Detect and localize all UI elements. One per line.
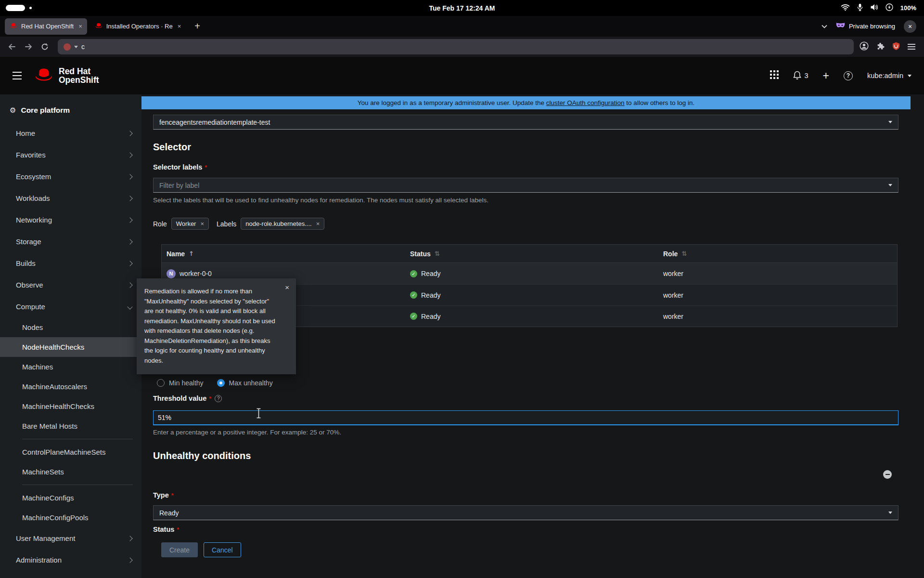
chevron-down-icon xyxy=(127,304,132,309)
sidebar-item-home[interactable]: Home xyxy=(0,122,141,144)
chip-remove-icon[interactable]: × xyxy=(200,220,204,227)
popover-close-icon[interactable]: × xyxy=(285,283,289,291)
label-text: Status xyxy=(153,525,174,534)
sidebar-item-administration[interactable]: Administration xyxy=(0,549,141,571)
sidebar-item-machines[interactable]: Machines xyxy=(0,357,141,377)
forward-button[interactable] xyxy=(21,43,36,50)
column-label: Role xyxy=(663,250,678,258)
reload-button[interactable] xyxy=(38,43,52,51)
node-name[interactable]: worker-0-0 xyxy=(180,270,212,277)
column-header-role[interactable]: Role⇅ xyxy=(663,250,897,258)
tab-installed-operators[interactable]: Installed Operators · Re × xyxy=(90,18,186,35)
firefox-tabbar: Red Hat OpenShift × Installed Operators … xyxy=(0,16,924,37)
sidebar-item-label: MachineSets xyxy=(22,467,64,477)
threshold-label: Threshold value* ? xyxy=(153,394,898,403)
sidebar-item-baremetalhosts[interactable]: Bare Metal Hosts xyxy=(0,416,141,436)
menu-button[interactable] xyxy=(908,44,915,50)
sidebar-item-favorites[interactable]: Favorites xyxy=(0,144,141,166)
status-ok-icon: ✓ xyxy=(410,313,417,320)
battery-charging-icon[interactable] xyxy=(886,3,893,13)
column-header-status[interactable]: Status⇅ xyxy=(410,250,663,258)
console-menu-toggle[interactable] xyxy=(13,72,22,79)
sidebar-item-ecosystem[interactable]: Ecosystem xyxy=(0,166,141,187)
filter-by-label-select[interactable]: Filter by label xyxy=(153,178,898,193)
threshold-input[interactable] xyxy=(153,410,898,425)
tab-close-icon[interactable]: × xyxy=(78,23,82,30)
radio-circle-checked[interactable] xyxy=(217,379,225,387)
sort-icon[interactable]: ⇅ xyxy=(435,250,440,257)
sidebar-item-machineautoscalers[interactable]: MachineAutoscalers xyxy=(0,377,141,396)
sidebar-item-builds[interactable]: Builds xyxy=(0,252,141,274)
sidebar-item-machineconfigs[interactable]: MachineConfigs xyxy=(0,488,141,508)
chevron-right-icon xyxy=(127,282,132,288)
back-button[interactable] xyxy=(5,43,19,50)
new-tab-button[interactable]: + xyxy=(189,21,206,32)
help-icon[interactable]: ? xyxy=(844,71,853,80)
remove-condition-button[interactable] xyxy=(883,470,892,479)
account-icon[interactable] xyxy=(860,41,869,53)
sidebar-item-machineconfigpools[interactable]: MachineConfigPools xyxy=(0,508,141,527)
chip-text: node-role.kubernetes.... xyxy=(245,220,311,227)
tab-red-hat-openshift[interactable]: Red Hat OpenShift × xyxy=(5,18,87,35)
healthiness-radio-group: Min healthy Max unhealthy xyxy=(157,378,898,388)
chip-remove-icon[interactable]: × xyxy=(316,220,320,227)
sidebar-item-machinesets[interactable]: MachineSets xyxy=(0,462,141,482)
selected-value: Ready xyxy=(159,509,179,517)
sidebar-item-storage[interactable]: Storage xyxy=(0,231,141,252)
required-asterisk: * xyxy=(205,163,207,171)
threshold-help-icon[interactable]: ? xyxy=(215,395,222,402)
cancel-button[interactable]: Cancel xyxy=(204,542,241,557)
extensions-icon[interactable] xyxy=(876,42,885,52)
sidebar-item-label: Home xyxy=(16,128,35,138)
list-all-tabs-chevron-icon[interactable] xyxy=(821,23,827,30)
url-text[interactable]: c xyxy=(81,43,85,51)
radio-circle[interactable] xyxy=(157,379,165,387)
status-ok-icon: ✓ xyxy=(410,270,417,277)
site-permissions-badge-icon[interactable] xyxy=(64,43,71,51)
chevron-down-icon xyxy=(888,512,892,514)
selected-value: fenceagentsremediationtemplate-test xyxy=(159,118,270,126)
sidebar-item-controlplanemachinesets[interactable]: ControlPlaneMachineSets xyxy=(0,442,141,462)
sidebar-item-workloads[interactable]: Workloads xyxy=(0,187,141,209)
volume-icon[interactable] xyxy=(870,4,878,12)
chevron-right-icon xyxy=(127,239,132,244)
create-button[interactable]: Create xyxy=(161,542,198,557)
status-ok-icon: ✓ xyxy=(410,291,417,299)
oauth-config-link[interactable]: cluster OAuth configuration xyxy=(546,99,625,106)
radio-max-unhealthy[interactable]: Max unhealthy xyxy=(217,379,273,387)
sidebar-item-networking[interactable]: Networking xyxy=(0,209,141,231)
sidebar-item-usermanagement[interactable]: User Management xyxy=(0,527,141,549)
column-header-name[interactable]: Name↑ xyxy=(162,250,410,258)
sort-asc-icon[interactable]: ↑ xyxy=(189,250,194,257)
urlbar[interactable]: c xyxy=(58,39,854,54)
sidebar-item-machinehealthchecks[interactable]: MachineHealthChecks xyxy=(0,396,141,416)
app-launcher-icon[interactable] xyxy=(770,70,779,81)
sidebar-item-label: ControlPlaneMachineSets xyxy=(22,447,105,457)
sidebar-item-label: Builds xyxy=(16,258,36,268)
sort-icon[interactable]: ⇅ xyxy=(681,250,687,257)
urlbar-chevron-icon[interactable] xyxy=(74,46,78,48)
perspective-switcher[interactable]: ⚙ Core platform xyxy=(0,101,141,122)
sidebar-item-nodehealthchecks[interactable]: NodeHealthChecks xyxy=(0,337,141,357)
chip-worker[interactable]: Worker × xyxy=(171,218,209,230)
sidebar-item-compute[interactable]: Compute xyxy=(0,296,141,317)
sidebar-item-observe[interactable]: Observe xyxy=(0,274,141,296)
user-menu[interactable]: kube:admin xyxy=(867,72,911,79)
ublock-icon[interactable] xyxy=(892,42,900,52)
condition-type-select[interactable]: Ready xyxy=(153,505,898,520)
text-cursor xyxy=(256,408,262,420)
notifications-button[interactable]: 3 xyxy=(793,71,808,81)
sidebar-item-label: Workloads xyxy=(16,193,50,203)
remediation-template-select[interactable]: fenceagentsremediationtemplate-test xyxy=(153,115,898,130)
chip-group-role: Role Worker × xyxy=(153,218,209,230)
sidebar-item-nodes[interactable]: Nodes xyxy=(0,317,141,337)
tab-title: Red Hat OpenShift xyxy=(21,23,74,30)
chip-node-role[interactable]: node-role.kubernetes.... × xyxy=(241,218,324,230)
wifi-icon[interactable] xyxy=(841,4,850,13)
microphone-icon[interactable] xyxy=(857,3,863,13)
battery-percent: 100% xyxy=(900,4,916,12)
tab-close-icon[interactable]: × xyxy=(178,23,181,30)
import-plus-button[interactable]: + xyxy=(823,70,829,81)
radio-min-healthy[interactable]: Min healthy xyxy=(157,379,204,387)
window-close-button[interactable]: × xyxy=(904,20,916,33)
